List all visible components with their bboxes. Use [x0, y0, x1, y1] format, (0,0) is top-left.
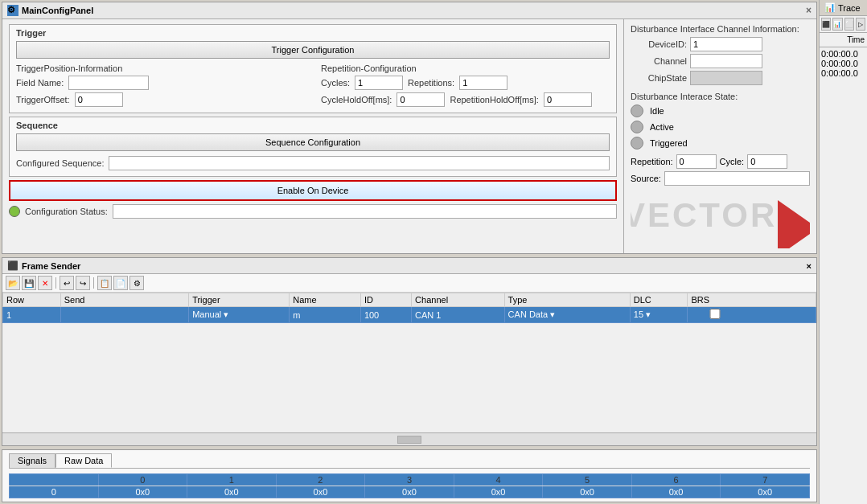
source-label: Source:	[631, 174, 661, 183]
triggered-led	[631, 137, 643, 150]
repetition-label: Repetition:	[631, 157, 673, 166]
row-label-header	[10, 474, 99, 486]
device-id-input[interactable]	[690, 37, 762, 51]
col-id: ID	[360, 293, 411, 307]
toolbar-settings-btn[interactable]: ⚙	[129, 276, 144, 290]
enable-on-device-btn[interactable]: Enable On Device	[9, 180, 617, 201]
frame-sender-close[interactable]: ×	[807, 261, 812, 271]
toolbar-paste-btn[interactable]: 📄	[113, 276, 128, 290]
trigger-section-title: Trigger	[16, 28, 610, 38]
cycles-input[interactable]	[355, 76, 403, 90]
vector-watermark: VECTOR	[631, 196, 777, 235]
trace-icon: 📊	[824, 2, 836, 13]
trace-title: 📊 Trace	[820, 0, 867, 16]
toolbar-copy-btn[interactable]: 📋	[97, 276, 112, 290]
trigger-offset-input[interactable]	[75, 92, 123, 107]
trigger-position-title: TriggerPosition-Information	[16, 64, 305, 73]
panel-titlebar: ⚙ MainConfigPanel ×	[2, 2, 816, 19]
trace-btn-3[interactable]: ⬜	[844, 18, 854, 31]
tab-raw-data[interactable]: Raw Data	[55, 453, 112, 468]
sequence-section-title: Sequence	[16, 121, 610, 130]
configured-seq-label: Configured Sequence:	[16, 158, 104, 168]
col-2-header: 2	[276, 474, 365, 486]
trigger-config-btn[interactable]: Trigger Configuration	[16, 41, 610, 59]
table-row[interactable]: 1 Manual ▾ m 100 CAN 1 CAN Data ▾ 15 ▾	[3, 307, 816, 323]
chip-state-input	[690, 71, 762, 85]
data-4: 0x0	[454, 486, 543, 498]
field-name-input[interactable]	[68, 76, 149, 90]
trace-btn-1[interactable]: ⬛	[821, 18, 831, 31]
data-1: 0x0	[187, 486, 277, 498]
rep-holdoff-input[interactable]	[544, 92, 592, 107]
raw-data-table: 0 1 2 3 4 5 6 7 0 0x0 0x0 0x0 0x0 0x0 0x…	[9, 473, 810, 498]
frame-sender-icon: ⬛	[7, 260, 18, 271]
channel-info-title: Disturbance Interface Channel Informatio…	[631, 24, 810, 34]
repetition-title: Repetition-Configuration	[321, 64, 610, 73]
panel-icon: ⚙	[7, 5, 18, 16]
cycle-input[interactable]	[747, 154, 787, 169]
repetitions-input[interactable]	[459, 76, 507, 90]
data-row: 0 0x0 0x0 0x0 0x0 0x0 0x0 0x0 0x0	[10, 486, 810, 498]
channel-input[interactable]	[690, 54, 762, 68]
cell-send[interactable]	[60, 307, 188, 323]
sequence-config-btn[interactable]: Sequence Configuration	[16, 133, 610, 151]
config-status-input[interactable]	[113, 204, 617, 219]
col-7-header: 7	[721, 474, 810, 486]
vector-arrow	[778, 200, 810, 248]
col-send: Send	[60, 293, 188, 307]
col-1-header: 1	[187, 474, 277, 486]
col-type: Type	[504, 293, 630, 307]
field-name-label: Field Name:	[16, 78, 64, 88]
idle-label: Idle	[650, 106, 664, 116]
configured-seq-input[interactable]	[109, 156, 610, 170]
trace-time-2: 0:00:00.0	[821, 59, 865, 68]
trace-label: Trace	[838, 3, 861, 13]
cell-brs[interactable]	[688, 307, 816, 323]
col-brs: BRS	[688, 293, 816, 307]
tab-signals[interactable]: Signals	[9, 453, 55, 468]
repetition-input[interactable]	[676, 154, 717, 169]
chip-state-label: ChipState	[631, 73, 687, 83]
data-3: 0x0	[365, 486, 454, 498]
data-5: 0x0	[543, 486, 632, 498]
data-6: 0x0	[631, 486, 721, 498]
source-input[interactable]	[664, 171, 810, 186]
frame-sender-title[interactable]: Frame Sender	[22, 261, 80, 271]
scroll-thumb[interactable]	[397, 436, 421, 444]
toolbar-redo-btn[interactable]: ↪	[76, 276, 90, 290]
cycle-holdoff-input[interactable]	[397, 92, 445, 107]
trace-time-values: 0:00:00.0 0:00:00.0 0:00:00.0	[820, 47, 867, 80]
left-config: Trigger Trigger Configuration TriggerPos…	[2, 19, 623, 253]
toolbar-save-btn[interactable]: 💾	[22, 276, 36, 290]
cycles-label: Cycles:	[321, 78, 350, 88]
trace-time-1: 0:00:00.0	[821, 49, 865, 59]
data-header-row: 0 1 2 3 4 5 6 7	[10, 474, 810, 486]
trace-btn-4[interactable]: ▷	[856, 18, 865, 31]
cell-row-num: 1	[3, 307, 61, 323]
config-status-label: Configuration Status:	[25, 207, 108, 216]
disturbance-panel: Disturbance Interface Channel Informatio…	[623, 19, 816, 253]
cell-dlc[interactable]: 15 ▾	[630, 307, 688, 323]
tab-row: Signals Raw Data	[9, 453, 810, 469]
rep-holdoff-label: RepetitionHoldOff[ms]:	[450, 95, 538, 104]
horizontal-scrollbar[interactable]	[2, 432, 816, 445]
cell-name: m	[290, 307, 361, 323]
col-trigger: Trigger	[189, 293, 290, 307]
col-6-header: 6	[631, 474, 721, 486]
active-label: Active	[650, 122, 674, 132]
trace-btn-2[interactable]: 📊	[832, 18, 842, 31]
panel-close-btn[interactable]: ×	[806, 5, 812, 16]
col-name: Name	[290, 293, 361, 307]
channel-label: Channel	[631, 56, 687, 66]
toolbar-open-btn[interactable]: 📂	[6, 276, 20, 290]
cell-type[interactable]: CAN Data ▾	[504, 307, 630, 323]
frame-sender-titlebar: ⬛ Frame Sender ×	[2, 258, 816, 274]
main-config-panel: ⚙ MainConfigPanel × Trigger Trigger Conf…	[2, 2, 817, 254]
toolbar-delete-btn[interactable]: ✕	[38, 276, 52, 290]
cell-trigger[interactable]: Manual ▾	[189, 307, 290, 323]
trigger-offset-label: TriggerOffset:	[16, 95, 70, 104]
trace-panel: 📊 Trace ⬛ 📊 ⬜ ▷ Time 0:00:00.0 0:00:00.0…	[819, 0, 867, 504]
toolbar-undo-btn[interactable]: ↩	[60, 276, 74, 290]
triggered-label: Triggered	[650, 138, 688, 148]
frame-toolbar: 📂 💾 ✕ ↩ ↪ 📋 📄 ⚙	[2, 274, 816, 293]
